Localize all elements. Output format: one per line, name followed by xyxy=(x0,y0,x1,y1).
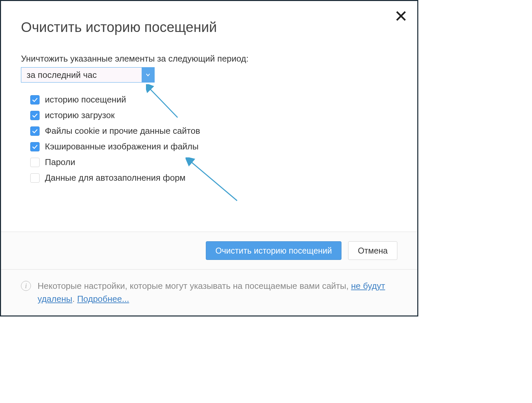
time-range-select[interactable]: за последний час xyxy=(21,67,155,83)
check-icon xyxy=(32,113,38,118)
dialog-title: Очистить историю посещений xyxy=(1,1,417,39)
checkbox-autofill[interactable] xyxy=(30,173,40,183)
checkbox-passwords[interactable] xyxy=(30,158,40,167)
option-label: Кэшированные изображения и файлы xyxy=(45,141,199,152)
close-icon xyxy=(395,10,407,22)
info-bar: i Некоторые настройки, которые могут ука… xyxy=(1,269,417,315)
option-download-history: историю загрузок xyxy=(30,110,397,120)
checkbox-cookies[interactable] xyxy=(30,126,40,136)
option-passwords: Пароли xyxy=(30,157,397,167)
time-range-value: за последний час xyxy=(21,70,142,80)
check-icon xyxy=(32,98,38,102)
option-label: Пароли xyxy=(45,157,75,167)
info-text-part: Некоторые настройки, которые могут указы… xyxy=(38,281,351,291)
option-cached-images: Кэшированные изображения и файлы xyxy=(30,141,397,152)
checkbox-download-history[interactable] xyxy=(30,111,40,120)
dialog-content: Уничтожить указанные элементы за следующ… xyxy=(1,39,417,192)
checkbox-cached-images[interactable] xyxy=(30,142,40,151)
clear-history-button[interactable]: Очистить историю посещений xyxy=(206,241,342,260)
cancel-button[interactable]: Отмена xyxy=(348,241,397,260)
option-cookies: Файлы cookie и прочие данные сайтов xyxy=(30,126,397,136)
clear-history-dialog: Очистить историю посещений Уничтожить ук… xyxy=(0,0,418,316)
check-icon xyxy=(32,129,38,133)
option-label: историю посещений xyxy=(45,95,126,105)
button-bar: Очистить историю посещений Отмена xyxy=(1,232,417,269)
close-button[interactable] xyxy=(395,10,407,22)
option-browsing-history: историю посещений xyxy=(30,95,397,105)
info-text: Некоторые настройки, которые могут указы… xyxy=(38,280,397,305)
chevron-down-icon xyxy=(146,73,150,77)
option-label: Файлы cookie и прочие данные сайтов xyxy=(45,126,200,136)
options-list: историю посещений историю загрузок Файлы… xyxy=(21,95,397,183)
option-label: историю загрузок xyxy=(45,110,115,120)
info-icon: i xyxy=(21,281,31,291)
check-icon xyxy=(32,144,38,149)
checkbox-browsing-history[interactable] xyxy=(30,95,40,104)
option-autofill: Данные для автозаполнения форм xyxy=(30,173,397,183)
period-label: Уничтожить указанные элементы за следующ… xyxy=(21,54,397,64)
dialog-footer: Очистить историю посещений Отмена i Неко… xyxy=(1,232,417,315)
info-text-sep: . xyxy=(72,294,77,304)
learn-more-link[interactable]: Подробнее... xyxy=(77,294,129,304)
dropdown-button xyxy=(142,68,154,82)
option-label: Данные для автозаполнения форм xyxy=(45,173,186,183)
